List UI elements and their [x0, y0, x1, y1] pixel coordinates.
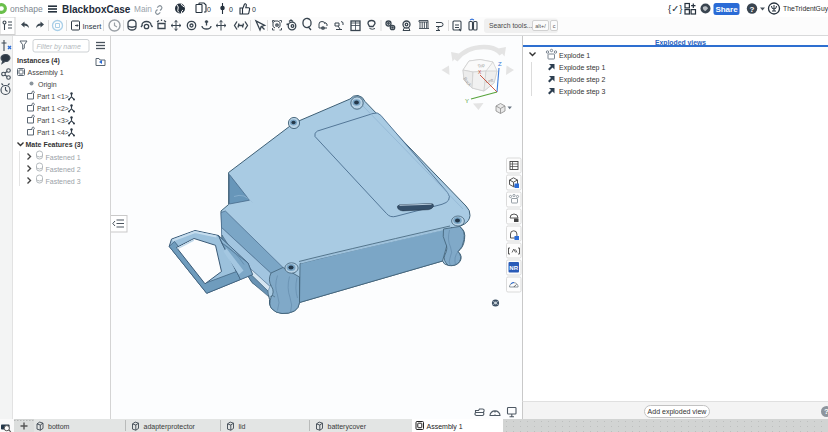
svg-text:Insert: Insert	[83, 22, 103, 31]
svg-text:Part 1 <1>: Part 1 <1>	[37, 93, 69, 100]
svg-text:Part 1 <2>: Part 1 <2>	[37, 105, 69, 112]
svg-text:Assembly 1: Assembly 1	[427, 423, 463, 431]
svg-text:0: 0	[207, 6, 211, 13]
svg-text:NR: NR	[509, 265, 518, 271]
svg-text:TheTridentGuy: TheTridentGuy	[783, 5, 828, 13]
svg-text:bottom: bottom	[48, 423, 70, 430]
svg-text:lid: lid	[239, 423, 246, 430]
svg-text:alt+/: alt+/	[535, 23, 546, 29]
svg-text:Part 1 <4>: Part 1 <4>	[37, 129, 69, 136]
svg-text:BlackboxCase: BlackboxCase	[62, 4, 131, 15]
svg-text:Explode step 1: Explode step 1	[559, 64, 605, 72]
svg-text:onshape: onshape	[10, 4, 43, 14]
svg-text:{✓}: {✓}	[668, 3, 682, 14]
svg-text:Main: Main	[134, 4, 152, 14]
svg-text:batterycover: batterycover	[328, 423, 367, 431]
svg-text:Search tools...: Search tools...	[489, 22, 533, 29]
svg-text:Z: Z	[498, 61, 502, 67]
svg-text:Part 1 <3>: Part 1 <3>	[37, 117, 69, 124]
svg-text:Fastened 1: Fastened 1	[46, 154, 81, 161]
svg-text:Explode step 3: Explode step 3	[559, 88, 605, 96]
svg-text:Share: Share	[715, 5, 738, 14]
svg-text:Explode 1: Explode 1	[559, 52, 590, 60]
svg-text:adapterprotector: adapterprotector	[144, 423, 196, 431]
svg-text:Explode step 2: Explode step 2	[559, 76, 605, 84]
svg-text:Fastened 3: Fastened 3	[46, 178, 81, 185]
svg-text:Y: Y	[465, 98, 469, 104]
svg-text:c: c	[553, 23, 556, 29]
svg-text:Mate Features (3): Mate Features (3)	[26, 141, 84, 149]
svg-text:0: 0	[252, 6, 256, 13]
svg-text:?: ?	[750, 5, 755, 14]
svg-text:0: 0	[229, 6, 233, 13]
svg-text:Fastened 2: Fastened 2	[46, 166, 81, 173]
